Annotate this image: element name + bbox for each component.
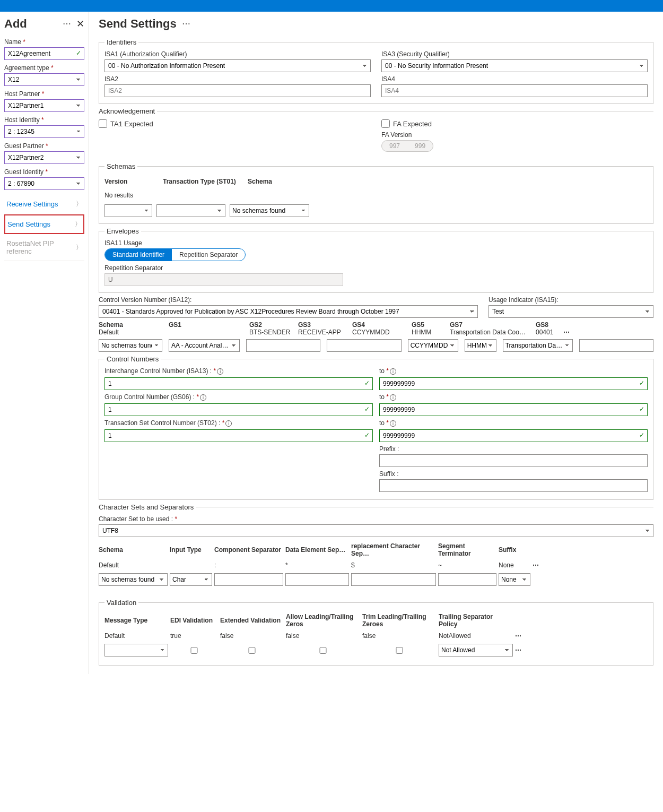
envelope-input-row: No schemas found AA - Account Anal… CCYY… (99, 339, 653, 352)
isa2-label: ISA2 (104, 75, 371, 83)
schema-version-select[interactable] (104, 204, 152, 217)
close-icon[interactable]: ✕ (76, 19, 84, 29)
nav-receive-settings[interactable]: Receive Settings〉 (4, 194, 84, 214)
more-icon[interactable]: ⋯ (563, 329, 570, 336)
guest-identity-label: Guest Identity (4, 168, 84, 176)
isa1-select[interactable]: 00 - No Authorization Information Presen… (104, 59, 371, 72)
val-tlz-checkbox[interactable] (362, 647, 437, 654)
isa11-label: ISA11 Usage (104, 239, 648, 247)
info-icon[interactable]: i (200, 394, 206, 401)
tsc-to-input[interactable] (379, 429, 648, 442)
host-partner-select[interactable]: X12Partner1 (4, 99, 84, 112)
isa3-select[interactable]: 00 - No Security Information Present (381, 59, 648, 72)
schema-transaction-select[interactable] (156, 204, 225, 217)
env-gs5-select[interactable]: HHMM (465, 339, 496, 352)
icn-label: Interchange Control Number (ISA13) : i (104, 367, 373, 375)
suffix-input[interactable] (379, 479, 648, 492)
more-icon[interactable]: ⋯ (182, 20, 190, 28)
isa11-toggle[interactable]: Standard Identifier Repetition Separator (104, 248, 246, 261)
cs-schema-select[interactable]: No schemas found (99, 573, 168, 586)
more-icon[interactable]: ⋯ (63, 20, 71, 28)
fa-checkbox[interactable]: FA Expected (381, 119, 653, 128)
isa3-label: ISA3 (Security Qualifier) (381, 50, 648, 58)
env-schema-select[interactable]: No schemas found (99, 339, 162, 352)
env-gs2-input[interactable] (246, 339, 320, 352)
info-icon[interactable]: i (225, 420, 232, 427)
icn-from-input[interactable] (104, 377, 373, 390)
env-gs1-select[interactable]: AA - Account Anal… (169, 339, 240, 352)
control-numbers-section: Control Numbers Interchange Control Numb… (99, 355, 653, 500)
cvn-select[interactable]: 00401 - Standards Approved for Publicati… (99, 305, 478, 318)
validation-table-head: Message TypeEDI ValidationExtended Valid… (104, 611, 648, 630)
nav-label: Receive Settings (6, 200, 58, 208)
charset-table-row: Default:*$~None⋯ (99, 559, 653, 571)
envelope-table-head: SchemaGS1GS2GS3GS4GS5GS7GS8 (99, 321, 653, 329)
col-schema: Schema (248, 178, 272, 185)
more-icon[interactable]: ⋯ (515, 632, 526, 640)
env-gs4-select[interactable]: CCYYMMDD (408, 339, 458, 352)
cs-segment-input[interactable] (438, 573, 496, 586)
agreement-type-label: Agreement type (4, 64, 84, 72)
repetition-separator-input (104, 273, 343, 286)
host-identity-select[interactable]: 2 : 12345 (4, 125, 84, 138)
isa4-label: ISA4 (381, 75, 648, 83)
usage-select[interactable]: Test (488, 305, 653, 318)
guest-partner-select[interactable]: X12Partner2 (4, 151, 84, 164)
nav-label: Send Settings (7, 220, 50, 228)
col-transaction-type: Transaction Type (ST01) (163, 178, 237, 185)
cs-suffix-select[interactable]: None (499, 573, 530, 586)
fa-version-toggle[interactable]: 997999 (381, 140, 433, 152)
sidebar-title: Add (4, 17, 27, 31)
identifiers-section: Identifiers ISA1 (Authorization Qualifie… (99, 38, 653, 104)
cs-dataelement-input[interactable] (285, 573, 349, 586)
val-edi-checkbox[interactable] (170, 647, 218, 654)
acknowledgement-section: Acknowledgement TA1 Expected FA Expected… (99, 107, 653, 159)
val-tsp-select[interactable]: Not Allowed (439, 644, 513, 656)
cs-inputtype-select[interactable]: Char (170, 573, 212, 586)
prefix-input[interactable] (379, 454, 648, 467)
agreement-type-select[interactable]: X12 (4, 73, 84, 86)
charset-select[interactable]: UTF8 (99, 524, 653, 537)
info-icon[interactable]: i (390, 420, 396, 427)
main-content: Send Settings ⋯ Identifiers ISA1 (Author… (89, 12, 663, 674)
info-icon[interactable]: i (390, 368, 396, 375)
repetition-separator-label: Repetition Separator (104, 264, 648, 272)
env-gs7-select[interactable]: Transportation Da… (503, 339, 573, 352)
section-legend: Character Sets and Separators (99, 503, 196, 511)
validation-input-row: Not Allowed ⋯ (104, 642, 648, 659)
icn-to-input[interactable] (379, 377, 648, 390)
info-icon[interactable]: i (390, 394, 396, 401)
tsc-from-input[interactable] (104, 429, 373, 442)
val-alz-checkbox[interactable] (286, 647, 360, 654)
env-gs3-input[interactable] (327, 339, 401, 352)
isa2-input[interactable] (104, 84, 371, 97)
section-legend: Acknowledgement (99, 107, 157, 115)
cs-replacement-input[interactable] (351, 573, 436, 586)
cs-component-input[interactable] (214, 573, 283, 586)
ta1-checkbox[interactable]: TA1 Expected (99, 119, 371, 128)
gcn-to-input[interactable] (379, 403, 648, 416)
envelopes-section: Envelopes ISA11 Usage Standard Identifie… (99, 227, 653, 293)
more-icon[interactable]: ⋯ (533, 562, 543, 569)
chevron-right-icon: 〉 (76, 200, 82, 209)
gcn-label: Group Control Number (GS06) : i (104, 393, 373, 401)
guest-identity-select[interactable]: 2 : 67890 (4, 177, 84, 190)
nav-send-settings[interactable]: Send Settings〉 (4, 214, 84, 234)
schema-select[interactable]: No schemas found (230, 204, 309, 217)
isa4-input[interactable] (381, 84, 648, 97)
no-results: No results (104, 188, 648, 202)
val-ext-checkbox[interactable] (220, 647, 284, 654)
col-version: Version (104, 178, 152, 185)
env-gs8-input[interactable] (579, 339, 653, 352)
nav-rosettanet[interactable]: RosettaNet PIP referenc〉 (4, 234, 84, 261)
charset-label: Character Set to be used : (99, 515, 653, 523)
suffix-label: Suffix : (379, 470, 648, 478)
usage-label: Usage Indicator (ISA15): (488, 296, 653, 304)
prefix-label: Prefix : (379, 445, 648, 453)
name-input[interactable] (4, 47, 84, 60)
gcn-from-input[interactable] (104, 403, 373, 416)
more-icon[interactable]: ⋯ (515, 646, 526, 654)
charset-table-head: SchemaInput TypeComponent SeparatorData … (99, 540, 653, 559)
info-icon[interactable]: i (217, 368, 223, 375)
val-msgtype-select[interactable] (104, 644, 168, 656)
